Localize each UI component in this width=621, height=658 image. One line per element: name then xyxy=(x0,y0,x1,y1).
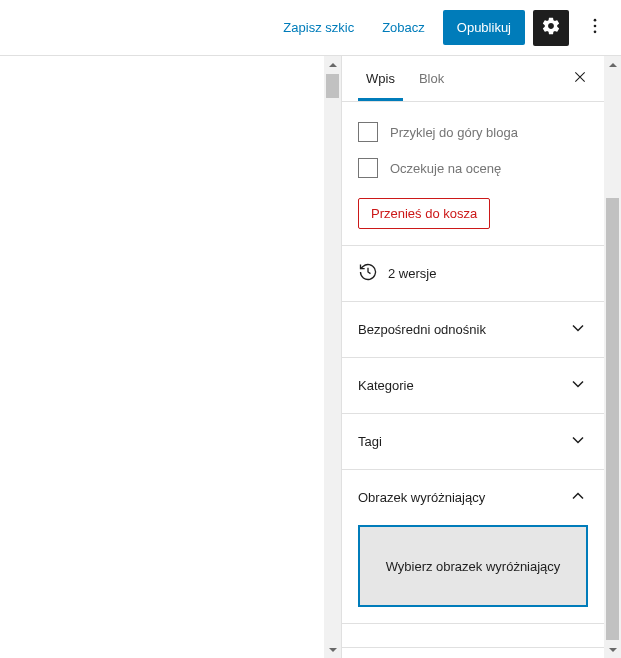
close-sidebar-button[interactable] xyxy=(566,65,594,93)
svg-point-0 xyxy=(594,19,597,22)
svg-point-1 xyxy=(594,25,597,28)
svg-point-2 xyxy=(594,31,597,34)
preview-button[interactable]: Zobacz xyxy=(372,12,435,43)
scroll-up-arrow-icon[interactable] xyxy=(604,56,621,73)
section-header-categories[interactable]: Kategorie xyxy=(342,358,604,413)
app-root: Zapisz szkic Zobacz Opublikuj xyxy=(0,0,621,658)
chevron-down-icon xyxy=(568,318,588,341)
publish-button[interactable]: Opublikuj xyxy=(443,10,525,45)
set-featured-image-button[interactable]: Wybierz obrazek wyróżniający xyxy=(358,525,588,607)
pending-review-checkbox[interactable] xyxy=(358,158,378,178)
section-header-excerpt[interactable]: Zajawka xyxy=(342,648,604,658)
featured-placeholder-label: Wybierz obrazek wyróżniający xyxy=(386,559,561,574)
dots-vertical-icon xyxy=(585,16,605,39)
revisions-row[interactable]: 2 wersje xyxy=(342,246,604,302)
scrollbar-thumb[interactable] xyxy=(606,198,619,640)
chevron-down-icon xyxy=(568,374,588,397)
section-title: Tagi xyxy=(358,434,382,449)
scroll-down-arrow-icon[interactable] xyxy=(604,641,621,658)
tab-block[interactable]: Blok xyxy=(411,57,452,101)
section-title: Bezpośredni odnośnik xyxy=(358,322,486,337)
section-tags: Tagi xyxy=(342,414,604,470)
scroll-up-arrow-icon[interactable] xyxy=(324,56,341,73)
section-header-featured-image[interactable]: Obrazek wyróżniający xyxy=(342,470,604,525)
featured-image-body: Wybierz obrazek wyróżniający xyxy=(342,525,604,623)
gear-icon xyxy=(541,16,561,39)
section-title: Obrazek wyróżniający xyxy=(358,490,485,505)
editor-body: Wpis Blok Przyklej do góry bloga xyxy=(0,56,621,658)
section-excerpt: Zajawka xyxy=(342,648,604,658)
section-header-permalink[interactable]: Bezpośredni odnośnik xyxy=(342,302,604,357)
sticky-checkbox-row: Przyklej do góry bloga xyxy=(358,114,588,150)
pending-review-row: Oczekuje na ocenę xyxy=(358,150,588,186)
sidebar-panel-body: Przyklej do góry bloga Oczekuje na ocenę… xyxy=(342,102,604,658)
sticky-label: Przyklej do góry bloga xyxy=(390,125,518,140)
sidebar-tabs: Wpis Blok xyxy=(342,56,604,102)
sticky-checkbox[interactable] xyxy=(358,122,378,142)
chevron-down-icon xyxy=(568,430,588,453)
status-visibility-panel: Przyklej do góry bloga Oczekuje na ocenę… xyxy=(342,102,604,246)
settings-toggle-button[interactable] xyxy=(533,10,569,46)
save-draft-button[interactable]: Zapisz szkic xyxy=(273,12,364,43)
settings-sidebar: Wpis Blok Przyklej do góry bloga xyxy=(341,56,621,658)
tab-post[interactable]: Wpis xyxy=(358,57,403,101)
history-icon xyxy=(358,262,378,285)
section-title: Kategorie xyxy=(358,378,414,393)
editor-scrollbar[interactable] xyxy=(324,56,341,658)
scrollbar-thumb[interactable] xyxy=(326,74,339,98)
move-to-trash-button[interactable]: Przenieś do kosza xyxy=(358,198,490,229)
spacer xyxy=(342,624,604,648)
chevron-up-icon xyxy=(568,486,588,509)
pending-review-label: Oczekuje na ocenę xyxy=(390,161,501,176)
section-permalink: Bezpośredni odnośnik xyxy=(342,302,604,358)
scroll-down-arrow-icon[interactable] xyxy=(324,641,341,658)
more-options-button[interactable] xyxy=(577,10,613,46)
revisions-label: 2 wersje xyxy=(388,266,436,281)
section-categories: Kategorie xyxy=(342,358,604,414)
section-featured-image: Obrazek wyróżniający Wybierz obrazek wyr… xyxy=(342,470,604,624)
sidebar-scrollbar[interactable] xyxy=(604,56,621,658)
editor-top-bar: Zapisz szkic Zobacz Opublikuj xyxy=(0,0,621,56)
section-header-tags[interactable]: Tagi xyxy=(342,414,604,469)
editor-canvas[interactable] xyxy=(0,56,341,658)
close-icon xyxy=(572,69,588,88)
